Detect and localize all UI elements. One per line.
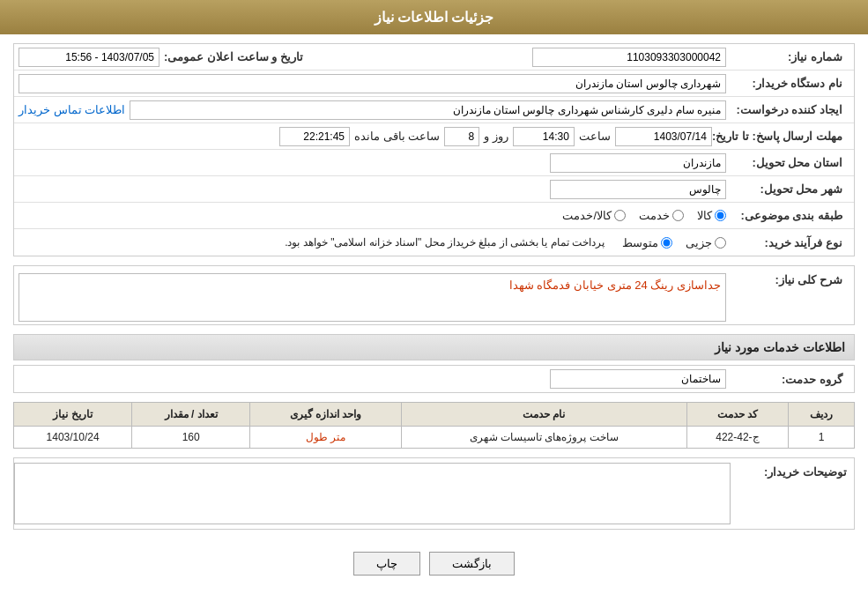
row-need-number: شماره نیاز: تاریخ و ساعت اعلان عمومی: [14,44,854,71]
need-description-text: جداسازی رینگ 24 متری خیابان فدمگاه شهدا [19,273,726,322]
category-kala-khedmat-radio[interactable] [614,210,626,221]
cell-quantity: 160 [132,427,250,449]
page-wrapper: جزئیات اطلاعات نیاز شماره نیاز: تاریخ و … [0,0,868,609]
page-header: جزئیات اطلاعات نیاز [0,0,868,34]
row-need-description: شرح کلی نیاز: جداسازی رینگ 24 متری خیابا… [14,266,854,324]
remaining-time-input[interactable] [279,127,350,146]
need-description-section: شرح کلی نیاز: جداسازی رینگ 24 متری خیابا… [13,265,855,325]
service-group-value-cell [19,369,726,389]
response-days-label: روز و [484,130,508,143]
purchase-type-value-cell: جزیی متوسط پرداخت تمام یا بخشی از مبلغ خ… [19,236,726,249]
row-buyer-org: نام دستگاه خریدار: [14,71,854,97]
need-description-label: شرح کلی نیاز: [726,273,849,286]
category-khedmat-label: خدمت [639,209,670,222]
requester-input[interactable] [130,100,726,120]
need-number-label: شماره نیاز: [726,50,849,63]
response-date-input[interactable] [615,127,712,146]
response-deadline-label: مهلت ارسال پاسخ: تا تاریخ: [712,130,849,143]
row-city: شهر محل تحویل: [14,176,854,203]
service-group-label: گروه حدمت: [726,373,849,386]
col-header-need-date: تاریخ نیاز [14,403,132,427]
category-khedmat[interactable]: خدمت [639,209,684,222]
category-kala-label: کالا [697,209,712,222]
services-table: ردیف کد حدمت نام حدمت واحد اندازه گیری ت… [13,402,855,449]
col-header-row-num: ردیف [789,403,855,427]
purchase-type-label: نوع فرآیند خرید: [726,236,849,249]
row-service-group: گروه حدمت: [14,366,854,392]
table-body: 1 ج-42-422 ساخت پروژه‌های تاسیسات شهری م… [14,427,855,449]
col-header-measurement-unit: واحد اندازه گیری [250,403,402,427]
print-button[interactable]: چاپ [353,552,420,576]
city-input[interactable] [550,180,726,199]
cell-row-num: 1 [789,427,855,449]
col-header-service-name: نام حدمت [401,403,686,427]
category-label: طبقه بندی موضوعی: [726,209,849,222]
remaining-label: ساعت باقی مانده [354,130,440,143]
page-title: جزئیات اطلاعات نیاز [375,10,494,25]
category-kala-khedmat[interactable]: کالا/خدمت [562,209,626,222]
col-header-quantity: تعداد / مقدار [132,403,250,427]
row-response-deadline: مهلت ارسال پاسخ: تا تاریخ: ساعت روز و سا… [14,123,854,150]
category-radio-group: کالا خدمت کالا/خدمت [562,209,726,222]
category-kala-khedmat-label: کالا/خدمت [562,209,612,222]
response-days-input[interactable] [444,127,479,146]
buyer-description-label: توضیحات خریدار: [731,458,854,479]
cell-measurement-unit: متر طول [250,427,402,449]
contact-info-link[interactable]: اطلاعات تماس خریدار [19,103,125,116]
province-value-cell [19,153,726,173]
measurement-unit-link[interactable]: متر طول [306,431,345,443]
cell-service-code: ج-42-422 [686,427,789,449]
buyer-description-box [14,463,731,524]
response-deadline-value-cell: ساعت روز و ساعت باقی مانده [19,127,712,146]
row-category: طبقه بندی موضوعی: کالا خدمت [14,203,854,229]
services-section: گروه حدمت: [13,365,855,393]
purchase-type-radio-group: جزیی متوسط [622,236,726,249]
response-time-input[interactable] [513,127,575,146]
requester-label: ایجاد کننده درخواست: [726,103,849,116]
info-section: شماره نیاز: تاریخ و ساعت اعلان عمومی: نا… [13,43,855,256]
buyer-description-section: توضیحات خریدار: [13,457,855,530]
category-value-cell: کالا خدمت کالا/خدمت [19,209,726,222]
buyer-description-container [14,458,731,529]
buyer-org-input[interactable] [19,74,726,93]
category-khedmat-radio[interactable] [672,210,684,221]
announcement-value-cell [19,48,160,67]
category-kala-radio[interactable] [715,210,726,221]
requester-value-cell: اطلاعات تماس خریدار [19,100,726,120]
table-header-row: ردیف کد حدمت نام حدمت واحد اندازه گیری ت… [14,403,855,427]
table-row: 1 ج-42-422 ساخت پروژه‌های تاسیسات شهری م… [14,427,855,449]
row-purchase-type: نوع فرآیند خرید: جزیی متوسط پرداخت تمام … [14,229,854,256]
response-time-label: ساعت [579,130,611,143]
bottom-buttons: بازگشت چاپ [13,538,855,589]
purchase-motevaset-label: متوسط [622,236,658,249]
cell-service-name: ساخت پروژه‌های تاسیسات شهری [401,427,686,449]
purchase-jozi-label: جزیی [686,236,712,249]
purchase-motevaset-radio[interactable] [661,237,672,249]
category-kala[interactable]: کالا [697,209,726,222]
province-label: استان محل تحویل: [726,156,849,169]
buyer-org-label: نام دستگاه خریدار: [726,77,849,90]
row-province: استان محل تحویل: [14,150,854,176]
purchase-motevaset[interactable]: متوسط [622,236,672,249]
service-group-input[interactable] [550,369,726,389]
city-value-cell [19,180,726,199]
row-requester: ایجاد کننده درخواست: اطلاعات تماس خریدار [14,97,854,123]
announcement-input[interactable] [19,48,160,67]
purchase-note: پرداخت تمام یا بخشی از مبلغ خریداز محل "… [285,236,605,249]
city-label: شهر محل تحویل: [726,182,849,196]
announcement-label: تاریخ و ساعت اعلان عمومی: [164,50,310,63]
back-button[interactable]: بازگشت [429,552,515,576]
purchase-jozi-radio[interactable] [715,237,726,249]
need-description-value-cell: جداسازی رینگ 24 متری خیابان فدمگاه شهدا [19,273,726,322]
cell-need-date: 1403/10/24 [14,427,132,449]
services-section-header: اطلاعات خدمات مورد نیاز [13,334,855,360]
province-input[interactable] [550,153,726,173]
purchase-jozi[interactable]: جزیی [686,236,726,249]
buyer-org-value-cell [19,74,726,93]
need-number-value-cell [310,48,726,67]
main-content: شماره نیاز: تاریخ و ساعت اعلان عمومی: نا… [0,34,868,598]
need-number-input[interactable] [532,48,726,67]
col-header-service-code: کد حدمت [686,403,789,427]
